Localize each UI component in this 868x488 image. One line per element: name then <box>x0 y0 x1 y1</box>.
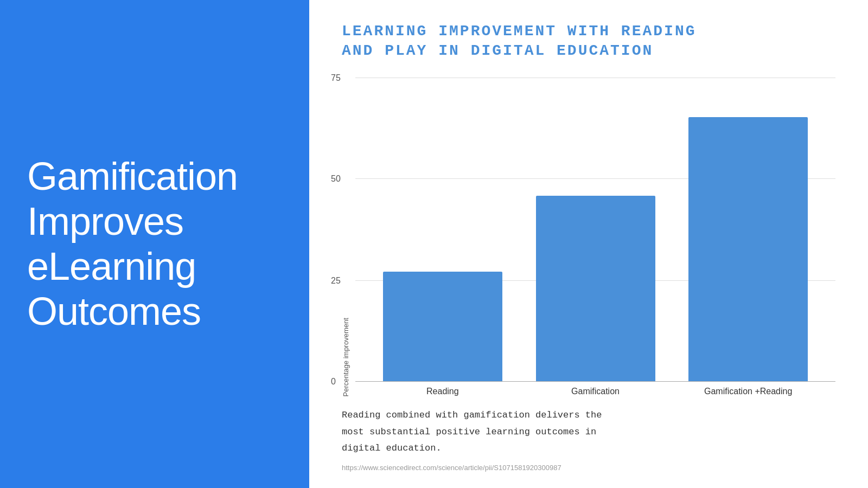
gridlines-and-bars: 75 50 25 0 <box>355 78 835 381</box>
bar-gamification-reading <box>688 117 808 382</box>
bar-gamification <box>536 196 655 381</box>
main-title: Gamification Improves eLearning Outcomes <box>27 154 282 333</box>
x-label-gamification: Gamification <box>519 387 672 396</box>
chart-plot: 75 50 25 0 <box>355 78 835 396</box>
bar-group-reading <box>366 78 519 381</box>
chart-title-line2: AND PLAY IN DIGITAL EDUCATION <box>342 41 835 61</box>
chart-title-line1: LEARNING IMPROVEMENT WITH READING <box>342 22 835 41</box>
x-label-gamification-reading: Gamification +Reading <box>672 387 825 396</box>
y-tick-75: 75 <box>331 73 341 83</box>
description: Reading combined with gamification deliv… <box>342 407 835 457</box>
left-panel: Gamification Improves eLearning Outcomes <box>0 0 309 488</box>
chart-title: LEARNING IMPROVEMENT WITH READING AND PL… <box>342 22 835 61</box>
x-axis: Reading Gamification Gamification +Readi… <box>355 381 835 396</box>
y-axis-label: Percentage improvement <box>342 78 350 396</box>
bar-group-gamification <box>519 78 672 381</box>
gridline-0: 0 <box>355 381 835 382</box>
bar-reading <box>383 272 502 381</box>
bar-group-gamification-reading <box>672 78 825 381</box>
x-label-reading: Reading <box>366 387 519 396</box>
y-tick-25: 25 <box>331 276 341 286</box>
y-tick-0: 0 <box>331 377 336 387</box>
chart-inner: Percentage improvement 75 50 25 <box>342 78 835 396</box>
source-url: https://www.sciencedirect.com/science/ar… <box>342 464 835 472</box>
right-panel: LEARNING IMPROVEMENT WITH READING AND PL… <box>309 0 868 488</box>
y-tick-50: 50 <box>331 174 341 184</box>
chart-container: Percentage improvement 75 50 25 <box>342 78 835 396</box>
bars-row <box>355 78 835 381</box>
